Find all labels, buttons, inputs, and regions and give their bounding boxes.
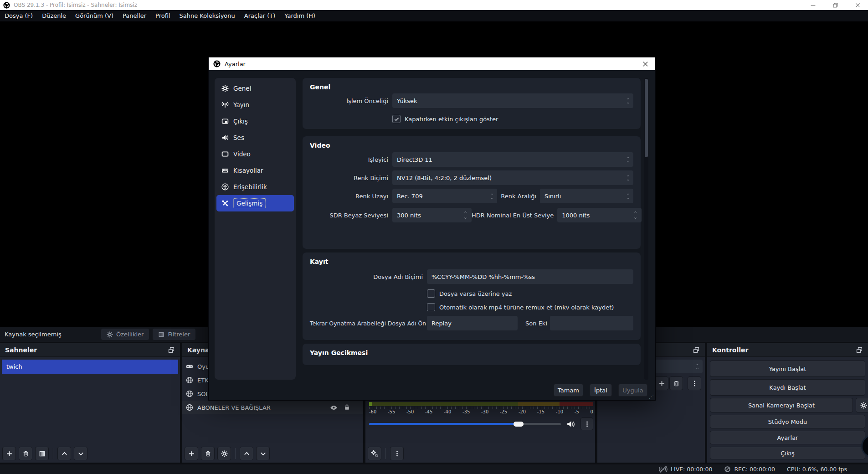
hdr-peak-spinbox[interactable]: 1000 nits [557,208,642,222]
overwrite-checkbox[interactable]: Dosya varsa üzerine yaz [427,289,633,298]
move-source-down-button[interactable] [256,447,270,460]
mixer-menu-button[interactable] [390,447,404,460]
trash-icon [22,450,29,457]
broadcast-icon [221,101,229,108]
sidebar-item-gelismis[interactable]: Gelişmiş [216,195,294,211]
source-properties-button[interactable] [217,447,231,460]
color-space-select[interactable]: Rec. 709 [392,189,497,203]
source-item-aboneler[interactable]: ABONELER VE BAĞIŞLAR [182,401,363,414]
spinbox-arrows[interactable] [463,211,468,220]
add-source-button[interactable] [185,447,198,460]
menu-duzenle[interactable]: Düzenle [37,10,71,21]
window-titlebar[interactable]: OBS 29.1.3 - Profil: İsimsiz - Sahneler:… [0,0,868,10]
speaker-icon[interactable] [566,420,575,428]
move-source-up-button[interactable] [240,447,253,460]
transition-menu-button[interactable] [688,376,701,390]
scene-item-twich[interactable]: twich [2,360,178,374]
volume-slider-handle[interactable] [514,422,524,427]
dialog-titlebar[interactable]: Ayarlar [209,57,655,70]
remove-source-button[interactable] [201,447,215,460]
spinner-arrows[interactable] [626,170,630,185]
studio-mode-button[interactable]: Stüdyo Modu [710,415,865,428]
popout-icon[interactable] [856,346,863,354]
move-scene-down-button[interactable] [74,447,87,460]
cancel-button[interactable]: İptal [590,384,612,397]
sidebar-item-yayin[interactable]: Yayın [216,97,294,113]
sidebar-item-genel[interactable]: Genel [216,80,294,97]
spinner-arrows[interactable] [490,189,494,203]
add-transition-button[interactable] [655,376,668,390]
filename-format-input[interactable]: %CCYY-%MM-%DD %hh-%mm-%ss [427,269,633,284]
virtualcam-config-button[interactable] [856,398,868,412]
spinner-arrows[interactable] [626,93,630,108]
apply-button[interactable]: Uygula [618,384,647,397]
remove-scene-button[interactable] [19,447,32,460]
sidebar-item-erisebilirlik[interactable]: Erişebilirlik [216,179,294,195]
replay-prefix-input[interactable]: Replay [427,316,518,330]
chevron-down-icon [626,160,630,163]
popout-icon[interactable] [168,346,175,354]
remux-checkbox[interactable]: Otomatik olarak mp4 türüne remux et (mkv… [427,303,633,311]
dots-vertical-icon [584,421,591,428]
close-icon[interactable] [855,2,861,8]
menu-sahne-koleksiyonu[interactable]: Sahne Koleksiyonu [175,10,239,21]
gear-icon [107,331,113,338]
sidebar-item-ses[interactable]: Ses [216,129,294,146]
add-scene-button[interactable] [2,447,16,460]
tick-label: -40 [444,409,451,414]
sidebar-item-video[interactable]: Video [216,146,294,162]
exit-button[interactable]: Çıkış [710,447,865,459]
menu-profil[interactable]: Profil [151,10,175,21]
start-streaming-button[interactable]: Yayını Başlat [710,361,865,377]
sources-toolbar [185,447,270,460]
start-virtualcam-button[interactable]: Sanal Kamerayı Başlat [710,398,853,412]
filters-button[interactable]: Filtreler [153,329,195,340]
ok-button[interactable]: Tamam [554,384,583,397]
resize-grip[interactable]: ⋰ [649,394,654,400]
remove-transition-button[interactable] [669,376,683,390]
sdr-white-spinbox[interactable]: 300 nits [392,208,472,222]
dialog-close-icon[interactable] [642,61,649,67]
chevron-up-icon [626,193,630,196]
spinbox-arrows[interactable] [633,211,638,220]
record-inactive-icon [724,466,731,473]
settings-sidebar: Genel Yayın Çıkış Ses Video Kısayollar [215,78,296,380]
restore-icon[interactable] [832,2,838,8]
volume-slider[interactable] [369,423,561,425]
spinner-arrows[interactable] [626,189,630,203]
sidebar-item-label: Gelişmiş [233,198,266,208]
color-range-select[interactable]: Sınırlı [540,189,633,203]
properties-button[interactable]: Özellikler [101,329,149,340]
menu-yardim[interactable]: Yardım (H) [280,10,320,21]
eye-icon[interactable] [330,404,338,412]
spinner-arrows[interactable] [626,152,630,167]
show-active-outputs-checkbox[interactable]: Kapatırken etkin çıkışları göster [392,115,633,123]
spinner-arrows[interactable] [695,360,699,373]
scrollbar-thumb[interactable] [645,79,648,157]
menu-araclar[interactable]: Araçlar (T) [240,10,280,21]
menu-dosya[interactable]: Dosya (F) [0,10,37,21]
settings-button[interactable]: Ayarlar [710,431,865,444]
mixer-item-menu-button[interactable] [580,417,593,430]
renderer-select[interactable]: Direct3D 11 [392,152,633,167]
start-recording-button[interactable]: Kaydı Başlat [710,379,865,396]
move-scene-up-button[interactable] [57,447,71,460]
menu-paneller[interactable]: Paneller [118,10,151,21]
lock-icon[interactable] [344,404,350,411]
filter-icon [158,331,164,338]
scenes-panel-header: Sahneler [0,343,180,357]
sidebar-item-cikis[interactable]: Çıkış [216,113,294,129]
rec-time: REC: 00:00:00 [734,466,775,473]
menu-gorunum[interactable]: Görünüm (V) [71,10,118,21]
checkbox-label: Otomatik olarak mp4 türüne remux et (mkv… [439,304,614,311]
live-status: LIVE: 00:00:00 [659,465,712,473]
sidebar-item-kisayollar[interactable]: Kısayollar [216,162,294,179]
scene-filters-button[interactable] [35,447,49,460]
advanced-audio-button[interactable] [368,447,381,460]
color-format-select[interactable]: NV12 (8-Bit, 4:2:0, 2 düzlemsel) [392,170,633,185]
dialog-scrollbar[interactable] [644,78,648,380]
replay-suffix-input[interactable] [550,316,633,330]
minimize-icon[interactable] [810,2,816,8]
process-priority-select[interactable]: Yüksek [392,93,633,108]
popout-icon[interactable] [693,346,700,354]
